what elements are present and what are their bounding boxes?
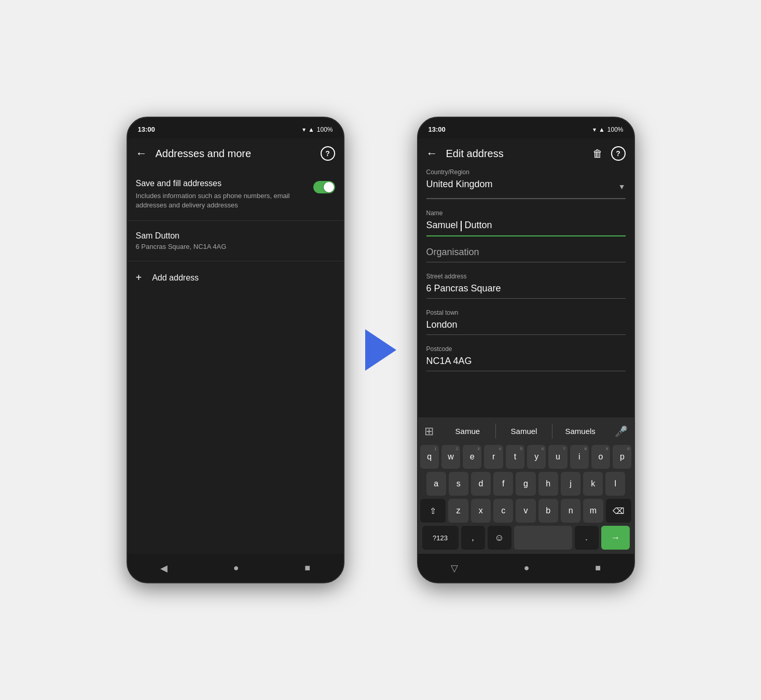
next-arrow — [365, 329, 396, 371]
street-input[interactable]: 6 Pancras Square — [426, 283, 626, 299]
key-c[interactable]: c — [493, 499, 513, 523]
key-h[interactable]: h — [538, 472, 558, 496]
key-b[interactable]: b — [538, 499, 558, 523]
key-row-3: ⇧ z x c v b n m ⌫ — [420, 499, 632, 523]
address-name: Sam Dutton — [136, 231, 335, 241]
key-k[interactable]: k — [583, 472, 603, 496]
screen-1: ← Addresses and more ? Save and fill add… — [128, 138, 343, 554]
top-bar-1: ← Addresses and more ? — [128, 138, 343, 169]
country-field-group: Country/Region United Kingdom ▼ — [426, 169, 626, 199]
org-input[interactable]: Organisation — [426, 247, 626, 262]
suggestion-3[interactable]: Samuels — [552, 424, 608, 439]
signal-icon-2: ▲ — [599, 126, 605, 133]
nav-back-1[interactable]: ◀ — [160, 563, 168, 574]
street-value: 6 Pancras Square — [426, 283, 501, 293]
key-t[interactable]: t5 — [506, 445, 524, 469]
notch-2 — [510, 118, 542, 128]
key-a[interactable]: a — [426, 472, 446, 496]
page-title-1: Addresses and more — [156, 148, 312, 160]
num-sym-key[interactable]: ?123 — [422, 526, 459, 550]
key-q[interactable]: q1 — [420, 445, 439, 469]
back-button-2[interactable]: ← — [426, 147, 438, 160]
notch — [220, 118, 251, 128]
nav-back-2[interactable]: ▽ — [451, 563, 458, 574]
key-r[interactable]: r4 — [484, 445, 503, 469]
emoji-key[interactable]: ☺ — [488, 526, 511, 550]
time-2: 13:00 — [428, 125, 446, 133]
comma-key[interactable]: , — [461, 526, 485, 550]
suggestion-1[interactable]: Samue — [440, 424, 496, 439]
key-m[interactable]: m — [583, 499, 603, 523]
arrow-between — [365, 329, 396, 371]
nav-bar-1: ◀ ● ■ — [128, 554, 343, 582]
battery-icon-1: 100% — [317, 126, 333, 133]
delete-button[interactable]: 🗑 — [592, 148, 603, 160]
suggestion-2[interactable]: Samuel — [495, 424, 552, 439]
key-row-2: a s d f g h j k l — [420, 472, 632, 496]
key-g[interactable]: g — [516, 472, 535, 496]
back-button-1[interactable]: ← — [136, 147, 147, 160]
help-button-2[interactable]: ? — [611, 146, 626, 161]
key-i[interactable]: i8 — [570, 445, 589, 469]
country-input-row[interactable]: United Kingdom ▼ — [426, 179, 626, 199]
shift-key[interactable]: ⇧ — [420, 499, 446, 523]
help-button-1[interactable]: ? — [321, 146, 335, 161]
key-f[interactable]: f — [493, 472, 513, 496]
period-key[interactable]: . — [575, 526, 599, 550]
nav-recent-1[interactable]: ■ — [305, 563, 310, 573]
key-v[interactable]: v — [516, 499, 535, 523]
name-label: Name — [426, 209, 626, 217]
postcode-value: NC1A 4AG — [426, 356, 472, 366]
postal-field-group: Postal town London — [426, 309, 626, 335]
nav-home-1[interactable]: ● — [233, 563, 239, 573]
key-p[interactable]: p0 — [613, 445, 631, 469]
mic-button[interactable]: 🎤 — [615, 425, 628, 438]
nav-home-2[interactable]: ● — [524, 563, 530, 573]
key-d[interactable]: d — [471, 472, 491, 496]
key-e[interactable]: e3 — [463, 445, 481, 469]
suggestions-row: ⊞ Samue Samuel Samuels 🎤 — [420, 422, 632, 441]
toggle-knob — [324, 182, 334, 192]
nav-recent-2[interactable]: ■ — [595, 563, 601, 573]
key-n[interactable]: n — [561, 499, 580, 523]
key-j[interactable]: j — [561, 472, 580, 496]
bottom-key-row: ?123 , ☺ . → — [420, 526, 632, 550]
edit-scroll: Country/Region United Kingdom ▼ Name Sam… — [418, 169, 634, 417]
add-address-row[interactable]: + Add address — [128, 261, 343, 294]
country-label: Country/Region — [426, 169, 626, 176]
key-l[interactable]: l — [605, 472, 625, 496]
postcode-field-group: Postcode NC1A 4AG — [426, 345, 626, 371]
postal-input[interactable]: London — [426, 319, 626, 335]
enter-key[interactable]: → — [601, 526, 630, 550]
spacebar[interactable] — [514, 526, 572, 550]
key-w[interactable]: w2 — [441, 445, 460, 469]
keyboard-layout-icon[interactable]: ⊞ — [424, 425, 434, 438]
postcode-label: Postcode — [426, 345, 626, 353]
toggle-switch[interactable] — [313, 181, 335, 193]
nav-bar-2: ▽ ● ■ — [418, 554, 634, 582]
country-dropdown-icon[interactable]: ▼ — [618, 183, 626, 191]
postcode-input[interactable]: NC1A 4AG — [426, 356, 626, 371]
key-y[interactable]: y6 — [527, 445, 546, 469]
postal-value: London — [426, 319, 458, 330]
address-item[interactable]: Sam Dutton 6 Pancras Square, NC1A 4AG — [128, 221, 343, 261]
phone-edit-address: 13:00 ▾ ▲ 100% ← Edit address 🗑 ? — [417, 117, 635, 583]
key-s[interactable]: s — [449, 472, 468, 496]
org-label-placeholder: Organisation — [426, 247, 479, 257]
backspace-key[interactable]: ⌫ — [606, 499, 632, 523]
name-after-cursor: Dutton — [464, 220, 492, 230]
name-field-group: Name Samuel Dutton — [426, 209, 626, 236]
name-before-cursor: Samuel — [426, 220, 458, 230]
add-address-label: Add address — [152, 273, 199, 283]
key-x[interactable]: x — [471, 499, 491, 523]
signal-icon-1: ▲ — [308, 126, 314, 133]
key-z[interactable]: z — [448, 499, 468, 523]
wifi-icon-2: ▾ — [593, 126, 596, 133]
battery-icon-2: 100% — [607, 126, 624, 133]
key-u[interactable]: u7 — [548, 445, 567, 469]
street-label: Street address — [426, 273, 626, 280]
name-input-row[interactable]: Samuel Dutton — [426, 220, 626, 236]
wifi-icon-1: ▾ — [302, 126, 306, 133]
key-o[interactable]: o9 — [591, 445, 610, 469]
org-field-group: Organisation — [426, 247, 626, 262]
